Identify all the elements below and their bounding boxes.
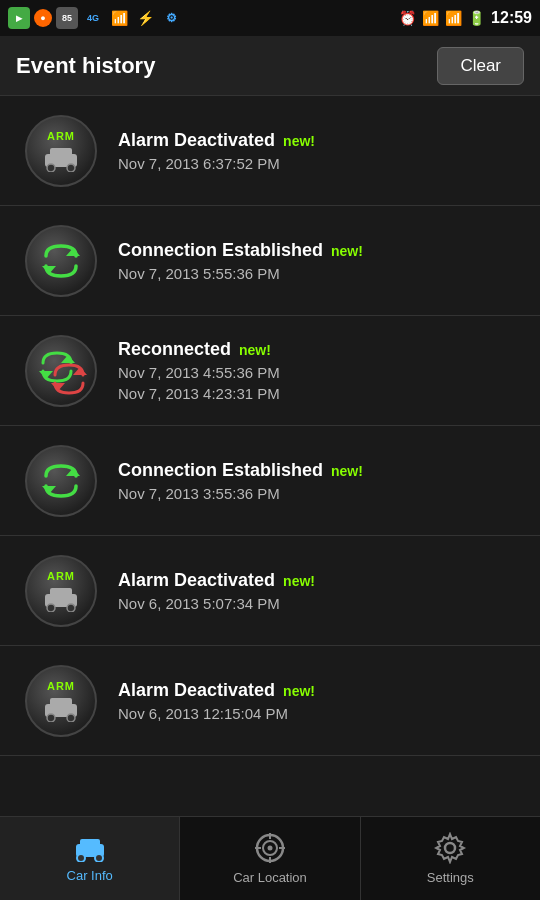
event-title: Connection Established <box>118 460 323 481</box>
event-item-3: Reconnectednew!Nov 7, 2013 4:55:36 PMNov… <box>0 316 540 426</box>
status-time: 12:59 <box>491 9 532 27</box>
event-time: Nov 6, 2013 5:07:34 PM <box>118 595 524 612</box>
svg-point-18 <box>47 714 55 722</box>
svg-rect-1 <box>50 148 72 157</box>
gear-icon <box>434 832 466 864</box>
event-icon-connection <box>25 225 97 297</box>
event-icon-container <box>16 225 106 297</box>
svg-point-23 <box>95 854 103 862</box>
svg-point-2 <box>47 164 55 172</box>
event-icon-arm: ARM <box>25 115 97 187</box>
event-icon-arm: ARM <box>25 555 97 627</box>
tab-car-info[interactable]: Car Info <box>0 817 180 900</box>
new-badge: new! <box>283 133 315 149</box>
tab-car-info-label: Car Info <box>67 868 113 883</box>
svg-marker-9 <box>51 383 65 391</box>
event-list: ARM Alarm Deactivatednew!Nov 7, 2013 6:3… <box>0 96 540 816</box>
event-time: Nov 7, 2013 6:37:52 PM <box>118 155 524 172</box>
event-content: Alarm Deactivatednew!Nov 6, 2013 12:15:0… <box>106 680 524 722</box>
event-icon-container <box>16 445 106 517</box>
event-content: Alarm Deactivatednew!Nov 7, 2013 6:37:52… <box>106 130 524 172</box>
wifi-icon: 📶 <box>422 10 439 26</box>
svg-rect-21 <box>80 839 100 848</box>
event-time: Nov 7, 2013 4:55:36 PM <box>118 364 524 381</box>
alarm-icon: ⏰ <box>399 10 416 26</box>
event-title: Reconnected <box>118 339 231 360</box>
event-time: Nov 7, 2013 3:55:36 PM <box>118 485 524 502</box>
event-content: Connection Establishednew!Nov 7, 2013 5:… <box>106 240 524 282</box>
svg-marker-10 <box>66 468 80 476</box>
battery-icon: 🔋 <box>468 10 485 26</box>
event-item-4: Connection Establishednew!Nov 7, 2013 3:… <box>0 426 540 536</box>
new-badge: new! <box>283 683 315 699</box>
new-badge: new! <box>331 243 363 259</box>
svg-point-14 <box>47 604 55 612</box>
svg-point-22 <box>77 854 85 862</box>
svg-rect-17 <box>50 698 72 707</box>
bottom-nav: Car Info Car Location Settings <box>0 816 540 900</box>
event-time: Nov 7, 2013 5:55:36 PM <box>118 265 524 282</box>
event-content: Alarm Deactivatednew!Nov 6, 2013 5:07:34… <box>106 570 524 612</box>
wifi-status-icon: 📶 <box>108 7 130 29</box>
svg-point-3 <box>67 164 75 172</box>
status-icons-left: ▶ ● 85 4G 📶 ⚡ ⚙ <box>8 7 182 29</box>
event-icon-container: ARM <box>16 115 106 187</box>
android-icon: ⚙ <box>160 7 182 29</box>
clear-button[interactable]: Clear <box>437 47 524 85</box>
event-icon-container: ARM <box>16 665 106 737</box>
tab-settings[interactable]: Settings <box>361 817 540 900</box>
page-title: Event history <box>16 53 155 79</box>
app-icon-2: ● <box>34 9 52 27</box>
svg-marker-6 <box>61 355 75 363</box>
svg-marker-11 <box>42 486 56 494</box>
event-icon-container: ARM <box>16 555 106 627</box>
svg-point-31 <box>445 843 455 853</box>
signal-icon: 📶 <box>445 10 462 26</box>
event-time: Nov 6, 2013 12:15:04 PM <box>118 705 524 722</box>
event-icon-reconnect <box>25 335 97 407</box>
usb-icon: ⚡ <box>134 7 156 29</box>
new-badge: new! <box>239 342 271 358</box>
event-item-1: ARM Alarm Deactivatednew!Nov 7, 2013 6:3… <box>0 96 540 206</box>
status-bar: ▶ ● 85 4G 📶 ⚡ ⚙ ⏰ 📶 📶 🔋 12:59 <box>0 0 540 36</box>
app-icon-3: 85 <box>56 7 78 29</box>
svg-marker-7 <box>39 371 53 379</box>
header: Event history Clear <box>0 36 540 96</box>
data-icon: 4G <box>82 7 104 29</box>
svg-marker-8 <box>73 367 87 375</box>
target-icon <box>254 832 286 864</box>
event-item-5: ARM Alarm Deactivatednew!Nov 6, 2013 5:0… <box>0 536 540 646</box>
event-title: Alarm Deactivated <box>118 130 275 151</box>
event-item-2: Connection Establishednew!Nov 7, 2013 5:… <box>0 206 540 316</box>
new-badge: new! <box>331 463 363 479</box>
event-content: Connection Establishednew!Nov 7, 2013 3:… <box>106 460 524 502</box>
svg-marker-5 <box>42 266 56 274</box>
car-icon <box>71 834 109 862</box>
svg-rect-13 <box>50 588 72 597</box>
svg-point-15 <box>67 604 75 612</box>
event-item-6: ARM Alarm Deactivatednew!Nov 6, 2013 12:… <box>0 646 540 756</box>
tab-car-location-label: Car Location <box>233 870 307 885</box>
svg-marker-4 <box>66 248 80 256</box>
event-title: Alarm Deactivated <box>118 570 275 591</box>
event-icon-connection <box>25 445 97 517</box>
status-icons-right: ⏰ 📶 📶 🔋 12:59 <box>399 9 532 27</box>
event-icon-container <box>16 335 106 407</box>
event-icon-arm: ARM <box>25 665 97 737</box>
app-icon-1: ▶ <box>8 7 30 29</box>
svg-point-30 <box>267 846 272 851</box>
event-title: Connection Established <box>118 240 323 261</box>
event-content: Reconnectednew!Nov 7, 2013 4:55:36 PMNov… <box>106 339 524 402</box>
event-time: Nov 7, 2013 4:23:31 PM <box>118 385 524 402</box>
svg-point-19 <box>67 714 75 722</box>
new-badge: new! <box>283 573 315 589</box>
event-title: Alarm Deactivated <box>118 680 275 701</box>
tab-car-location[interactable]: Car Location <box>180 817 360 900</box>
tab-settings-label: Settings <box>427 870 474 885</box>
